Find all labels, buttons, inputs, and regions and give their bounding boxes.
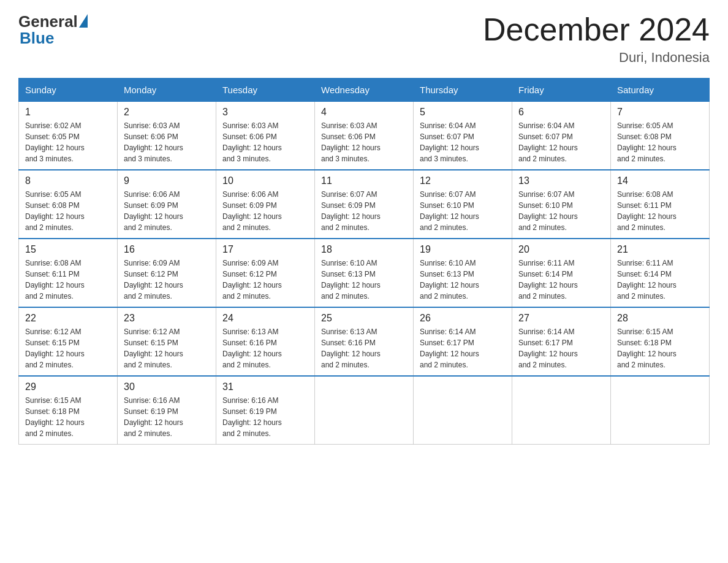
table-row: 26 Sunrise: 6:14 AMSunset: 6:17 PMDaylig… bbox=[414, 307, 512, 376]
table-row bbox=[315, 376, 414, 445]
day-number: 11 bbox=[321, 175, 407, 186]
day-info: Sunrise: 6:09 AMSunset: 6:12 PMDaylight:… bbox=[222, 259, 282, 301]
day-info: Sunrise: 6:10 AMSunset: 6:13 PMDaylight:… bbox=[321, 259, 381, 301]
day-number: 2 bbox=[124, 107, 210, 118]
day-number: 16 bbox=[124, 244, 210, 255]
day-number: 18 bbox=[321, 244, 407, 255]
table-row: 3 Sunrise: 6:03 AMSunset: 6:06 PMDayligh… bbox=[216, 102, 315, 170]
table-row: 21 Sunrise: 6:11 AMSunset: 6:14 PMDaylig… bbox=[611, 239, 710, 307]
day-number: 31 bbox=[222, 381, 308, 393]
day-info: Sunrise: 6:08 AMSunset: 6:11 PMDaylight:… bbox=[25, 259, 85, 301]
month-title: December 2024 bbox=[483, 12, 710, 47]
day-info: Sunrise: 6:04 AMSunset: 6:07 PMDaylight:… bbox=[518, 121, 578, 163]
day-number: 19 bbox=[420, 244, 506, 255]
day-info: Sunrise: 6:08 AMSunset: 6:11 PMDaylight:… bbox=[617, 190, 677, 232]
day-info: Sunrise: 6:14 AMSunset: 6:17 PMDaylight:… bbox=[518, 327, 578, 369]
day-info: Sunrise: 6:06 AMSunset: 6:09 PMDaylight:… bbox=[222, 190, 282, 232]
table-row: 11 Sunrise: 6:07 AMSunset: 6:09 PMDaylig… bbox=[315, 170, 414, 239]
day-number: 8 bbox=[25, 175, 111, 186]
table-row: 24 Sunrise: 6:13 AMSunset: 6:16 PMDaylig… bbox=[216, 307, 315, 376]
col-saturday: Saturday bbox=[611, 79, 710, 102]
col-tuesday: Tuesday bbox=[216, 79, 315, 102]
day-number: 13 bbox=[518, 175, 604, 186]
day-number: 4 bbox=[321, 107, 407, 118]
day-info: Sunrise: 6:03 AMSunset: 6:06 PMDaylight:… bbox=[321, 121, 381, 163]
day-number: 26 bbox=[420, 313, 506, 324]
day-number: 22 bbox=[25, 313, 111, 324]
calendar-row: 22 Sunrise: 6:12 AMSunset: 6:15 PMDaylig… bbox=[19, 307, 710, 376]
day-number: 28 bbox=[617, 313, 703, 324]
table-row: 10 Sunrise: 6:06 AMSunset: 6:09 PMDaylig… bbox=[216, 170, 315, 239]
day-info: Sunrise: 6:15 AMSunset: 6:18 PMDaylight:… bbox=[617, 327, 677, 369]
calendar-table: Sunday Monday Tuesday Wednesday Thursday… bbox=[18, 78, 710, 445]
day-info: Sunrise: 6:04 AMSunset: 6:07 PMDaylight:… bbox=[420, 121, 479, 163]
col-wednesday: Wednesday bbox=[315, 79, 414, 102]
table-row: 29 Sunrise: 6:15 AMSunset: 6:18 PMDaylig… bbox=[19, 376, 118, 445]
day-number: 21 bbox=[617, 244, 703, 255]
table-row: 13 Sunrise: 6:07 AMSunset: 6:10 PMDaylig… bbox=[512, 170, 611, 239]
day-number: 29 bbox=[25, 381, 111, 393]
day-info: Sunrise: 6:16 AMSunset: 6:19 PMDaylight:… bbox=[222, 396, 282, 438]
table-row bbox=[512, 376, 611, 445]
day-info: Sunrise: 6:15 AMSunset: 6:18 PMDaylight:… bbox=[25, 396, 85, 438]
table-row: 1 Sunrise: 6:02 AMSunset: 6:05 PMDayligh… bbox=[19, 102, 118, 170]
day-number: 10 bbox=[222, 175, 308, 186]
day-number: 17 bbox=[222, 244, 308, 255]
table-row bbox=[414, 376, 512, 445]
day-info: Sunrise: 6:05 AMSunset: 6:08 PMDaylight:… bbox=[617, 121, 677, 163]
day-info: Sunrise: 6:03 AMSunset: 6:06 PMDaylight:… bbox=[222, 121, 282, 163]
day-number: 27 bbox=[518, 313, 604, 324]
day-info: Sunrise: 6:13 AMSunset: 6:16 PMDaylight:… bbox=[222, 327, 282, 369]
day-number: 7 bbox=[617, 107, 703, 118]
table-row: 15 Sunrise: 6:08 AMSunset: 6:11 PMDaylig… bbox=[19, 239, 118, 307]
day-info: Sunrise: 6:02 AMSunset: 6:05 PMDaylight:… bbox=[25, 121, 85, 163]
day-number: 23 bbox=[124, 313, 210, 324]
table-row: 16 Sunrise: 6:09 AMSunset: 6:12 PMDaylig… bbox=[118, 239, 216, 307]
day-info: Sunrise: 6:07 AMSunset: 6:10 PMDaylight:… bbox=[420, 190, 479, 232]
table-row: 17 Sunrise: 6:09 AMSunset: 6:12 PMDaylig… bbox=[216, 239, 315, 307]
day-number: 25 bbox=[321, 313, 407, 324]
day-number: 14 bbox=[617, 175, 703, 186]
table-row: 30 Sunrise: 6:16 AMSunset: 6:19 PMDaylig… bbox=[118, 376, 216, 445]
day-info: Sunrise: 6:07 AMSunset: 6:10 PMDaylight:… bbox=[518, 190, 578, 232]
table-row: 6 Sunrise: 6:04 AMSunset: 6:07 PMDayligh… bbox=[512, 102, 611, 170]
table-row: 28 Sunrise: 6:15 AMSunset: 6:18 PMDaylig… bbox=[611, 307, 710, 376]
location-label: Duri, Indonesia bbox=[483, 50, 710, 66]
day-info: Sunrise: 6:07 AMSunset: 6:09 PMDaylight:… bbox=[321, 190, 381, 232]
day-info: Sunrise: 6:12 AMSunset: 6:15 PMDaylight:… bbox=[25, 327, 85, 369]
day-number: 15 bbox=[25, 244, 111, 255]
title-block: December 2024 Duri, Indonesia bbox=[483, 12, 710, 66]
table-row: 18 Sunrise: 6:10 AMSunset: 6:13 PMDaylig… bbox=[315, 239, 414, 307]
day-info: Sunrise: 6:10 AMSunset: 6:13 PMDaylight:… bbox=[420, 259, 479, 301]
day-info: Sunrise: 6:03 AMSunset: 6:06 PMDaylight:… bbox=[124, 121, 183, 163]
logo-blue-text: Blue bbox=[18, 29, 88, 48]
table-row: 5 Sunrise: 6:04 AMSunset: 6:07 PMDayligh… bbox=[414, 102, 512, 170]
day-number: 5 bbox=[420, 107, 506, 118]
day-info: Sunrise: 6:09 AMSunset: 6:12 PMDaylight:… bbox=[124, 259, 183, 301]
day-number: 12 bbox=[420, 175, 506, 186]
day-number: 6 bbox=[518, 107, 604, 118]
table-row: 23 Sunrise: 6:12 AMSunset: 6:15 PMDaylig… bbox=[118, 307, 216, 376]
logo: General Blue bbox=[18, 12, 88, 48]
calendar-row: 8 Sunrise: 6:05 AMSunset: 6:08 PMDayligh… bbox=[19, 170, 710, 239]
day-info: Sunrise: 6:12 AMSunset: 6:15 PMDaylight:… bbox=[124, 327, 183, 369]
table-row: 8 Sunrise: 6:05 AMSunset: 6:08 PMDayligh… bbox=[19, 170, 118, 239]
table-row: 14 Sunrise: 6:08 AMSunset: 6:11 PMDaylig… bbox=[611, 170, 710, 239]
day-number: 9 bbox=[124, 175, 210, 186]
table-row: 25 Sunrise: 6:13 AMSunset: 6:16 PMDaylig… bbox=[315, 307, 414, 376]
table-row: 31 Sunrise: 6:16 AMSunset: 6:19 PMDaylig… bbox=[216, 376, 315, 445]
day-number: 1 bbox=[25, 107, 111, 118]
calendar-row: 29 Sunrise: 6:15 AMSunset: 6:18 PMDaylig… bbox=[19, 376, 710, 445]
day-info: Sunrise: 6:11 AMSunset: 6:14 PMDaylight:… bbox=[617, 259, 677, 301]
day-info: Sunrise: 6:05 AMSunset: 6:08 PMDaylight:… bbox=[25, 190, 85, 232]
table-row: 7 Sunrise: 6:05 AMSunset: 6:08 PMDayligh… bbox=[611, 102, 710, 170]
table-row: 4 Sunrise: 6:03 AMSunset: 6:06 PMDayligh… bbox=[315, 102, 414, 170]
table-row: 27 Sunrise: 6:14 AMSunset: 6:17 PMDaylig… bbox=[512, 307, 611, 376]
calendar-row: 1 Sunrise: 6:02 AMSunset: 6:05 PMDayligh… bbox=[19, 102, 710, 170]
table-row: 9 Sunrise: 6:06 AMSunset: 6:09 PMDayligh… bbox=[118, 170, 216, 239]
table-row: 22 Sunrise: 6:12 AMSunset: 6:15 PMDaylig… bbox=[19, 307, 118, 376]
page-header: General Blue December 2024 Duri, Indones… bbox=[18, 12, 710, 66]
table-row: 20 Sunrise: 6:11 AMSunset: 6:14 PMDaylig… bbox=[512, 239, 611, 307]
table-row: 12 Sunrise: 6:07 AMSunset: 6:10 PMDaylig… bbox=[414, 170, 512, 239]
col-friday: Friday bbox=[512, 79, 611, 102]
